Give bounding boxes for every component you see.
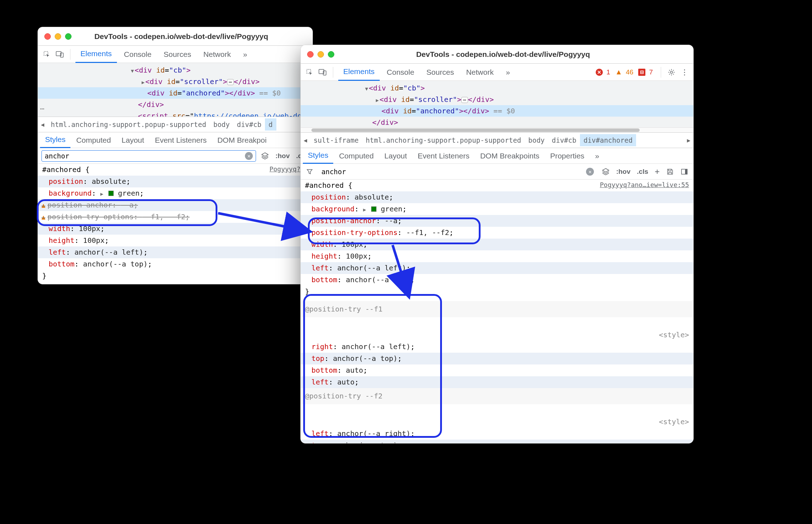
- window-title: DevTools - codepen.io/web-dot-dev/live/P…: [344, 50, 687, 59]
- subtab-props[interactable]: Properties: [545, 148, 590, 164]
- crumb-body[interactable]: body: [210, 118, 233, 131]
- filter-input-wrap[interactable]: ✕: [41, 150, 256, 162]
- more-icon[interactable]: ⋮: [679, 67, 690, 78]
- subtab-dom[interactable]: DOM Breakpoi: [212, 132, 272, 148]
- invalid-prop-anchor[interactable]: ▲position-anchor: --a;: [38, 199, 313, 211]
- tab-elements[interactable]: Elements: [338, 64, 380, 81]
- tab-console[interactable]: Console: [119, 46, 157, 63]
- inspect-icon[interactable]: [304, 67, 315, 78]
- crumb-left[interactable]: ◀: [301, 137, 310, 144]
- crumb-cb[interactable]: div#cb: [233, 118, 265, 131]
- device-toggle-icon[interactable]: [54, 49, 65, 60]
- rule-selector[interactable]: #anchored {: [305, 180, 352, 191]
- breadcrumb: ◀ sult-iframe html.anchoring-support.pop…: [301, 132, 693, 148]
- subtab-events[interactable]: Event Listeners: [150, 132, 212, 148]
- subtab-layout[interactable]: Layout: [117, 132, 149, 148]
- tabs-overflow[interactable]: »: [501, 64, 515, 81]
- funnel-icon[interactable]: [304, 166, 315, 177]
- dom-panel[interactable]: ▼<div id="cb"> ▶<div id="scroller">⋯</di…: [38, 63, 313, 117]
- styles-panel[interactable]: #anchored {Pogyyyq?an position: absolute…: [38, 164, 313, 282]
- crumb-right[interactable]: ▶: [684, 137, 693, 144]
- device-toggle-icon[interactable]: [317, 67, 328, 78]
- subtab-layout[interactable]: Layout: [379, 148, 412, 164]
- prop-position-try-options[interactable]: position-try-options: --f1, --f2;: [301, 227, 693, 239]
- tab-sources[interactable]: Sources: [159, 46, 196, 63]
- main-toolbar: Elements Console Sources Network »: [38, 46, 313, 63]
- crumb-cb[interactable]: div#cb: [548, 134, 580, 146]
- crumb-iframe[interactable]: sult-iframe: [310, 134, 362, 146]
- breadcrumb: ◀ html.anchoring-support.popup-supported…: [38, 117, 313, 132]
- filter-input-wrap[interactable]: ✕: [319, 166, 597, 177]
- svg-rect-2: [60, 53, 63, 57]
- styles-panel[interactable]: #anchored {Pogyyyq?ano…iew=live:55 posit…: [301, 180, 693, 444]
- issues-icon[interactable]: ⊟: [638, 69, 645, 76]
- subtab-computed[interactable]: Computed: [334, 148, 379, 164]
- panel-toggle-icon[interactable]: [679, 166, 690, 177]
- color-swatch[interactable]: [108, 191, 114, 196]
- crumb-cut[interactable]: d: [265, 118, 276, 131]
- save-icon[interactable]: [665, 166, 675, 177]
- warning-icon: ▲: [41, 213, 45, 221]
- prop-position-anchor[interactable]: position-anchor: --a;: [301, 215, 693, 227]
- warning-count[interactable]: 46: [624, 68, 636, 76]
- subtab-styles[interactable]: Styles: [303, 148, 333, 164]
- settings-icon[interactable]: [666, 67, 677, 78]
- hov-button[interactable]: :hov: [274, 152, 291, 160]
- tab-sources[interactable]: Sources: [422, 64, 459, 81]
- styles-filterbar: ✕ :hov .cls +: [301, 164, 693, 180]
- issues-count[interactable]: 7: [648, 68, 656, 76]
- subtab-events[interactable]: Event Listeners: [413, 148, 474, 164]
- dom-selected-node[interactable]: <div id="anchored"></div> == $0: [301, 105, 693, 117]
- clear-icon[interactable]: ✕: [586, 168, 594, 176]
- style-origin[interactable]: <style>: [659, 417, 689, 426]
- crumb-anchored[interactable]: div#anchored: [580, 134, 636, 146]
- add-rule-button[interactable]: +: [653, 167, 661, 177]
- subtabs-overflow[interactable]: »: [590, 148, 604, 164]
- warning-icon[interactable]: ▲: [615, 68, 622, 76]
- clear-icon[interactable]: ✕: [245, 152, 253, 160]
- filter-input[interactable]: [321, 168, 586, 176]
- position-try-header-f2[interactable]: @position-try --f2: [301, 388, 693, 404]
- layers-icon[interactable]: [600, 166, 611, 177]
- maximize-icon[interactable]: [328, 51, 334, 58]
- layers-icon[interactable]: [260, 151, 270, 161]
- ellipsis-icon[interactable]: ⋯: [461, 97, 468, 103]
- error-count[interactable]: 1: [605, 68, 613, 76]
- invalid-prop-try-options[interactable]: ▲position-try-options: --f1, --f2;: [38, 211, 313, 223]
- minimize-icon[interactable]: [55, 33, 61, 40]
- crumb-left[interactable]: ◀: [38, 121, 47, 128]
- color-swatch[interactable]: [371, 206, 377, 212]
- tab-network[interactable]: Network: [461, 64, 499, 81]
- position-try-header-f1[interactable]: @position-try --f1: [301, 301, 693, 317]
- crumb-html[interactable]: html.anchoring-support.popup-supported: [362, 134, 525, 146]
- more-icon[interactable]: ⋯: [40, 103, 45, 114]
- tab-console[interactable]: Console: [382, 64, 419, 81]
- subtab-styles[interactable]: Styles: [40, 132, 70, 148]
- rule-source-link[interactable]: Pogyyyq?ano…iew=live:55: [600, 180, 689, 191]
- tabs-overflow[interactable]: »: [238, 46, 252, 63]
- dom-selected-node[interactable]: <div id="anchored"></div> == $0: [38, 87, 313, 99]
- svg-rect-5: [323, 71, 326, 75]
- crumb-html[interactable]: html.anchoring-support.popup-supported: [47, 118, 210, 131]
- cls-button[interactable]: .cls: [635, 168, 650, 176]
- warning-icon: ▲: [41, 201, 45, 209]
- subtab-computed[interactable]: Computed: [71, 132, 116, 148]
- rule-close: }: [38, 270, 313, 282]
- crumb-body[interactable]: body: [525, 134, 548, 146]
- tab-network[interactable]: Network: [198, 46, 236, 63]
- error-icon[interactable]: ✕: [596, 69, 603, 76]
- dom-panel[interactable]: ▼<div id="cb"> ▶<div id="scroller">⋯</di…: [301, 81, 693, 127]
- filter-input[interactable]: [45, 152, 245, 160]
- ellipsis-icon[interactable]: ⋯: [227, 79, 233, 85]
- close-icon[interactable]: [44, 33, 51, 40]
- close-icon[interactable]: [307, 51, 314, 58]
- hov-button[interactable]: :hov: [615, 168, 632, 176]
- rule-selector[interactable]: #anchored {: [42, 164, 89, 176]
- inspect-icon[interactable]: [41, 49, 52, 60]
- maximize-icon[interactable]: [65, 33, 72, 40]
- minimize-icon[interactable]: [318, 51, 324, 58]
- style-origin[interactable]: <style>: [659, 330, 689, 339]
- subtab-dom[interactable]: DOM Breakpoints: [475, 148, 545, 164]
- horizontal-scrollbar[interactable]: [301, 127, 693, 132]
- tab-elements[interactable]: Elements: [75, 46, 117, 63]
